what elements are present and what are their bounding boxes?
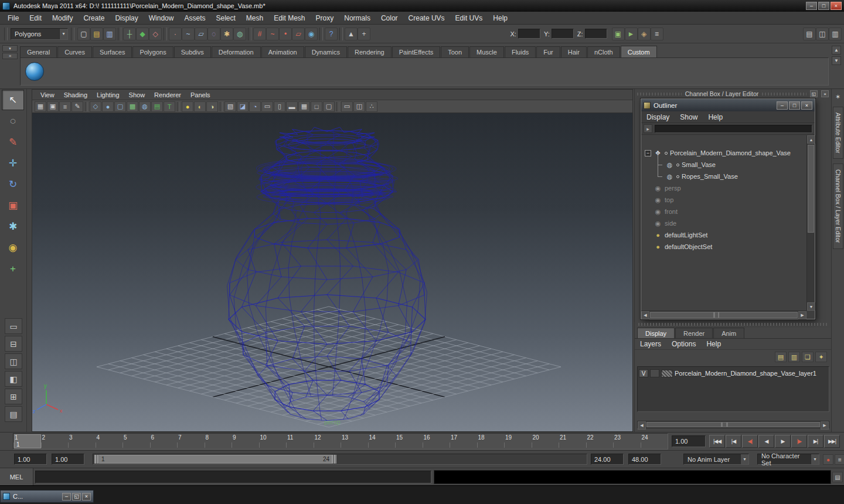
animation-preferences-icon[interactable]: ≡ <box>835 454 844 465</box>
layout-four-pane[interactable]: ⊞ <box>5 389 22 404</box>
mask-points-icon[interactable]: ∙ <box>169 28 182 40</box>
shadows-toggle-icon[interactable]: ◐ <box>194 101 206 112</box>
miniwin-minimize-button[interactable]: – <box>62 493 71 500</box>
side-tab-channel-box-layer-editor[interactable]: Channel Box / Layer Editor <box>833 164 843 249</box>
wireframe-mode-icon[interactable]: ◇ <box>90 101 101 112</box>
timeline-frame-1[interactable]: 1 <box>13 434 41 449</box>
statusline-separator[interactable] <box>4 28 8 40</box>
shelf-tab-curves[interactable]: Curves <box>57 46 92 57</box>
select-tool[interactable]: ↖ <box>2 90 24 110</box>
outliner-filter-icon[interactable]: ▸ <box>644 124 652 133</box>
safe-action-icon[interactable]: □ <box>311 101 322 112</box>
window-maximize-button[interactable]: □ <box>818 2 829 10</box>
layer-playback-toggle[interactable] <box>650 369 659 377</box>
use-default-material-icon[interactable]: ◍ <box>139 101 151 112</box>
open-scene-icon[interactable]: ▤ <box>90 28 103 40</box>
step-forward-key-button[interactable]: |▶ <box>791 435 807 448</box>
side-tab-attribute-editor[interactable]: Attribute Editor <box>833 107 843 159</box>
xray-mode-icon[interactable]: ◪ <box>237 101 249 112</box>
menu-proxy[interactable]: Proxy <box>311 12 339 24</box>
timeline-frame-3[interactable]: 3 <box>68 434 96 449</box>
pane-tear-off-button[interactable]: ◱ <box>810 90 818 97</box>
shelf-tab-custom[interactable]: Custom <box>621 46 657 57</box>
screen-space-ao-icon[interactable]: ◑ <box>206 101 218 112</box>
timeline-frame-16[interactable]: 16 <box>423 434 450 449</box>
pane-close-button[interactable]: × <box>821 90 829 97</box>
outliner-close-button[interactable]: × <box>801 101 812 110</box>
range-slider-groove[interactable]: 1 24 <box>93 454 587 465</box>
layout-three-pane[interactable]: ◧ <box>5 371 22 387</box>
layer-menu-help[interactable]: Help <box>701 339 726 349</box>
go-to-start-button[interactable]: |◀◀ <box>709 435 725 448</box>
menu-assets[interactable]: Assets <box>179 12 210 24</box>
layer-menu-layers[interactable]: Layers <box>635 339 666 349</box>
outliner-vscroll-thumb[interactable] <box>808 145 814 233</box>
menu-file[interactable]: File <box>2 12 24 24</box>
scroll-left-button[interactable]: ◀ <box>641 311 649 319</box>
timeline-frame-9[interactable]: 9 <box>232 434 259 449</box>
texture-view-icon[interactable]: T <box>164 101 175 112</box>
shelf-item-sphere-preset[interactable] <box>25 62 44 81</box>
shelf-tab-polygons[interactable]: Polygons <box>132 46 173 57</box>
menu-normals[interactable]: Normals <box>339 12 376 24</box>
menu-help[interactable]: Help <box>488 12 513 24</box>
scale-tool[interactable]: ▣ <box>2 195 24 216</box>
layer-horizontal-scrollbar[interactable]: ◀ ▶ <box>637 421 829 428</box>
use-all-lights-icon[interactable]: ● <box>182 101 193 112</box>
layout-two-pane-stacked[interactable]: ⊟ <box>5 336 22 352</box>
isolate-select-icon[interactable]: ▧ <box>224 101 236 112</box>
timeline-frame-6[interactable]: 6 <box>150 434 178 449</box>
wireframe-on-shaded-icon[interactable]: ◔ <box>249 101 261 112</box>
outliner-maximize-button[interactable]: □ <box>789 101 800 110</box>
layout-two-pane-side[interactable]: ◫ <box>5 353 22 369</box>
rotate-tool[interactable]: ↻ <box>2 174 24 195</box>
paint-select-tool[interactable]: ✎ <box>2 132 24 152</box>
range-slider-handle-bar[interactable]: 1 24 <box>94 455 336 464</box>
outliner-item-side[interactable]: ◉side <box>641 217 806 229</box>
two-pane-layout-icon[interactable]: ◫ <box>353 101 365 112</box>
highlight-selection-icon[interactable]: ▲ <box>345 28 358 40</box>
panel-menu-renderer[interactable]: Renderer <box>149 90 186 100</box>
panel-share-icon[interactable]: ∴ <box>366 101 377 112</box>
snap-to-points-icon[interactable]: • <box>279 28 292 40</box>
timeline-frame-13[interactable]: 13 <box>341 434 368 449</box>
timeline-frame-22[interactable]: 22 <box>586 434 614 449</box>
outliner-item-small-vase[interactable]: ◍Small_Vase <box>641 159 806 171</box>
play-backwards-button[interactable]: ◀ <box>758 435 774 448</box>
outliner-horizontal-scrollbar[interactable]: ◀ ▶ <box>641 311 806 319</box>
timeline-frame-14[interactable]: 14 <box>368 434 396 449</box>
shelf-tab-ncloth[interactable]: nCloth <box>587 46 620 57</box>
select-camera-icon[interactable]: ▦ <box>35 101 46 112</box>
panel-menu-panels[interactable]: Panels <box>186 90 215 100</box>
timeline-frame-7[interactable]: 7 <box>177 434 205 449</box>
timeline-frame-11[interactable]: 11 <box>286 434 314 449</box>
shelf-tab-surfaces[interactable]: Surfaces <box>93 46 132 57</box>
menu-set-selector[interactable]: Polygons ▾ <box>11 28 68 40</box>
menu-display[interactable]: Display <box>110 12 143 24</box>
pane-separator[interactable] <box>635 321 832 328</box>
window-close-button[interactable]: × <box>831 2 842 10</box>
menu-edit[interactable]: Edit <box>24 12 47 24</box>
mask-surfaces-icon[interactable]: ▱ <box>195 28 207 40</box>
shelf-tab-muscle[interactable]: Muscle <box>469 46 504 57</box>
shelf-tab-deformation[interactable]: Deformation <box>212 46 261 57</box>
snap-to-view-planes-icon[interactable]: ▱ <box>292 28 305 40</box>
create-layer-assign-selected-icon[interactable]: ▥ <box>788 352 800 362</box>
textured-mode-icon[interactable]: ▩ <box>127 101 138 112</box>
outliner-item-persp[interactable]: ◉persp <box>641 182 806 194</box>
timeline-track[interactable]: 1 12345678910111213141516171819202122232… <box>13 433 668 449</box>
coordinate-input-x[interactable] <box>518 29 540 39</box>
mask-curves-icon[interactable]: ~ <box>182 28 195 40</box>
timeline-frame-24[interactable]: 24 <box>641 434 668 449</box>
menu-window[interactable]: Window <box>144 12 179 24</box>
animation-end-field[interactable]: 48.00 <box>628 454 661 465</box>
window-minimize-button[interactable]: – <box>806 2 817 10</box>
go-to-end-button[interactable]: ▶▶| <box>824 435 840 448</box>
lock-camera-icon[interactable]: ▣ <box>47 101 59 112</box>
layer-row-porcelain-modern-diamond-shape-vase-layer1[interactable]: VPorcelain_Modern_Diamond_shape_Vase_lay… <box>639 368 828 379</box>
menu-edit-uvs[interactable]: Edit UVs <box>450 12 488 24</box>
resolution-gate-icon[interactable]: ▯ <box>274 101 285 112</box>
outliner-item-defaultlightset[interactable]: ●defaultLightSet <box>641 229 806 241</box>
auto-keyframe-toggle-icon[interactable]: ● <box>823 454 833 465</box>
shelf-tab-general[interactable]: General <box>20 46 57 57</box>
